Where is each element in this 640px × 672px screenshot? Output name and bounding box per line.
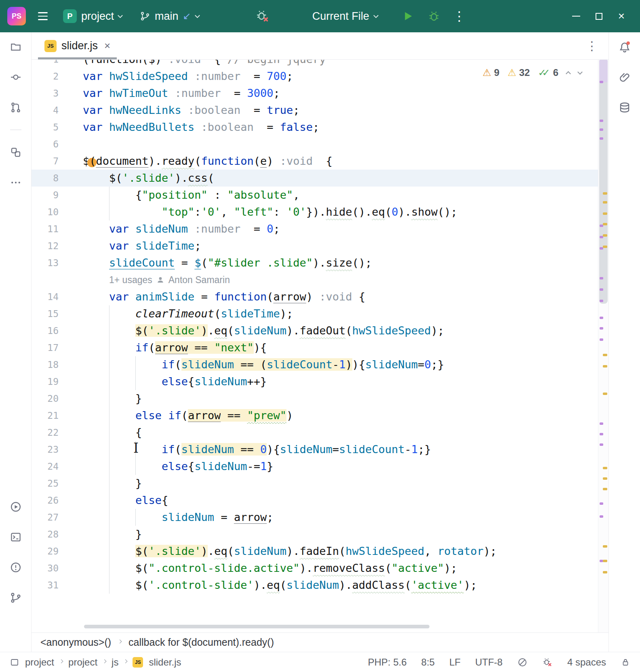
- more-tools-icon[interactable]: [7, 174, 25, 191]
- line-number[interactable]: 15: [32, 305, 69, 322]
- line-number[interactable]: 20: [32, 390, 69, 407]
- breadcrumb-callback[interactable]: callback for $(document).ready(): [128, 636, 274, 648]
- code-line[interactable]: 13 slideCount = $("#slider .slide").size…: [32, 254, 608, 271]
- warning-mark[interactable]: [603, 212, 607, 215]
- vcs-change-mark[interactable]: [600, 338, 603, 341]
- code-line[interactable]: 9 {"position" : "absolute",: [32, 187, 608, 204]
- prev-problem-icon[interactable]: [566, 71, 571, 76]
- line-number[interactable]: 11: [32, 220, 69, 237]
- vcs-change-mark[interactable]: [600, 300, 603, 302]
- warning-mark[interactable]: [603, 545, 607, 548]
- tab-options-icon[interactable]: ⋮: [586, 39, 598, 53]
- horizontal-scrollbar[interactable]: [84, 625, 429, 628]
- line-number[interactable]: 12: [32, 237, 69, 254]
- warning-mark[interactable]: [603, 488, 607, 490]
- vcs-change-mark[interactable]: [600, 515, 603, 518]
- tab-close-icon[interactable]: ×: [104, 40, 110, 52]
- line-number[interactable]: 4: [32, 102, 69, 119]
- line-number[interactable]: 16: [32, 322, 69, 339]
- vcs-change-mark[interactable]: [600, 120, 603, 122]
- line-number[interactable]: 9: [32, 187, 69, 204]
- code-line[interactable]: 22 {: [32, 424, 608, 441]
- more-actions-icon[interactable]: ⋮: [451, 8, 467, 24]
- vcs-change-mark[interactable]: [600, 288, 603, 291]
- code-line[interactable]: 21 else if(arrow == "prew"): [32, 407, 608, 424]
- code-line[interactable]: 16 $('.slide').eq(slideNum).fadeOut(hwSl…: [32, 322, 608, 339]
- code-line[interactable]: 3var hwTimeOut :number = 3000;: [32, 85, 608, 102]
- inspections-widget[interactable]: ⚠9 ⚠32 ✓✓6: [478, 65, 587, 80]
- phpstorm-logo[interactable]: PS: [7, 7, 26, 25]
- warning-mark[interactable]: [603, 234, 607, 237]
- line-number[interactable]: 8: [32, 170, 69, 187]
- maximize-button[interactable]: [587, 0, 610, 32]
- line-number[interactable]: 21: [32, 407, 69, 424]
- debugger-disabled-icon[interactable]: [542, 657, 553, 668]
- errors-count[interactable]: ⚠9: [482, 67, 499, 78]
- debug-button[interactable]: [425, 7, 443, 25]
- code-line[interactable]: 12 var slideTime;: [32, 237, 608, 254]
- code-line[interactable]: 23 if(slideNum == 0){slideNum=slideCount…: [32, 441, 608, 458]
- warning-mark[interactable]: [603, 477, 607, 480]
- code-line[interactable]: 5var hwNeedBullets :boolean = false;: [32, 119, 608, 136]
- run-config-selector[interactable]: Current File: [308, 7, 382, 26]
- stripe-block-mark[interactable]: [599, 60, 608, 82]
- code-line[interactable]: 17 if(arrow == "next"){: [32, 339, 608, 356]
- vcs-change-mark[interactable]: [600, 433, 603, 435]
- code-line[interactable]: 18 if(slideNum == (slideCount-1)){slideN…: [32, 356, 608, 373]
- code-line[interactable]: 30 $(".control-slide.active").removeClas…: [32, 560, 608, 577]
- close-button[interactable]: ×: [610, 0, 633, 32]
- notifications-bell-icon[interactable]: [616, 38, 634, 56]
- warning-mark[interactable]: [603, 223, 607, 225]
- warning-mark[interactable]: [603, 354, 607, 356]
- debugger-detached-icon[interactable]: [253, 7, 272, 25]
- line-separator-widget[interactable]: LF: [449, 657, 461, 668]
- code-line[interactable]: 29 $('.slide').eq(slideNum).fadeIn(hwSli…: [32, 543, 608, 560]
- vcs-change-mark[interactable]: [600, 277, 603, 279]
- warning-mark[interactable]: [603, 192, 607, 195]
- minimize-button[interactable]: [565, 0, 587, 32]
- code-line[interactable]: 7$(document).ready(function(e) :void {: [32, 153, 608, 170]
- code-line[interactable]: 28 }: [32, 526, 608, 543]
- vcs-change-mark[interactable]: [600, 81, 603, 83]
- line-number[interactable]: 31: [32, 577, 69, 594]
- line-number[interactable]: 18: [32, 356, 69, 373]
- code-line[interactable]: 31 $('.control-slide').eq(slideNum).addC…: [32, 577, 608, 594]
- line-number[interactable]: 23: [32, 441, 69, 458]
- line-number[interactable]: 29: [32, 543, 69, 560]
- project-tool-icon[interactable]: [7, 38, 25, 56]
- line-number[interactable]: 3: [32, 85, 69, 102]
- resolved-count[interactable]: ✓✓6: [538, 67, 558, 78]
- line-number[interactable]: 2: [32, 68, 69, 85]
- vcs-change-mark[interactable]: [600, 137, 603, 140]
- vcs-change-mark[interactable]: [600, 502, 603, 505]
- line-number[interactable]: 6: [32, 136, 69, 153]
- code-line[interactable]: 10 "top":'0', "left": '0'}).hide().eq(0)…: [32, 204, 608, 220]
- code-line[interactable]: 25 }: [32, 475, 608, 492]
- line-number[interactable]: 27: [32, 509, 69, 526]
- line-number[interactable]: 5: [32, 119, 69, 136]
- tab-slider-js[interactable]: JS slider.js ×: [38, 32, 117, 59]
- inlay-hint-row[interactable]: 1+ usagesAnton Samarin: [32, 271, 608, 288]
- code-line[interactable]: 26 else{: [32, 492, 608, 509]
- line-number[interactable]: 19: [32, 373, 69, 390]
- line-number[interactable]: 28: [32, 526, 69, 543]
- pull-requests-tool-icon[interactable]: [7, 99, 25, 116]
- line-number[interactable]: 24: [32, 458, 69, 475]
- line-number[interactable]: 1: [32, 60, 69, 68]
- code-line[interactable]: 8 $('.slide').css(: [32, 170, 608, 187]
- code-line[interactable]: 4var hwNeedLinks :boolean = true;: [32, 102, 608, 119]
- usages-hint[interactable]: 1+ usages: [109, 271, 152, 288]
- run-button[interactable]: [398, 7, 417, 25]
- encoding-widget[interactable]: UTF-8: [475, 657, 503, 668]
- path-project-2[interactable]: project: [68, 657, 97, 668]
- vcs-change-mark[interactable]: [600, 128, 603, 131]
- line-number[interactable]: 22: [32, 424, 69, 441]
- warning-mark[interactable]: [603, 571, 607, 573]
- warning-mark[interactable]: [603, 467, 607, 469]
- warning-mark[interactable]: [603, 246, 607, 248]
- project-widget[interactable]: P project: [57, 6, 128, 26]
- vcs-change-mark[interactable]: [600, 317, 603, 319]
- line-number[interactable]: 25: [32, 475, 69, 492]
- structure-tool-icon[interactable]: [7, 143, 25, 161]
- problems-tool-icon[interactable]: [7, 559, 25, 576]
